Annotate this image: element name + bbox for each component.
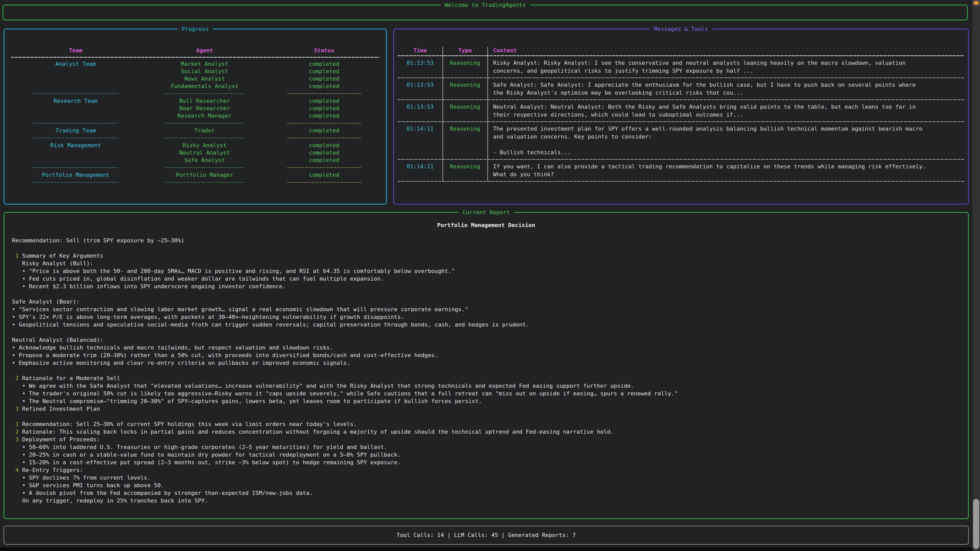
report-line: • S&P services PMI turns back up above 5… — [12, 482, 960, 489]
separator-segment — [165, 94, 244, 94]
scrollbar-thumb[interactable] — [973, 499, 979, 549]
report-line: 4 Re-Entry Triggers: — [12, 466, 960, 474]
spacer-line — [12, 229, 960, 237]
team-cell: Research Team — [8, 97, 143, 105]
report-line: 3 Deployment of Proceeds: — [12, 436, 960, 443]
team-cell: Risk Management — [8, 141, 143, 149]
progress-row: Research Managercompleted — [8, 112, 382, 119]
list-text: Recommendation: Sell 25–30% of current S… — [19, 421, 357, 427]
status-cell: completed — [266, 127, 382, 134]
progress-table-header: Team Agent Status — [8, 47, 382, 56]
column-divider — [442, 47, 443, 182]
list-number: 3 — [15, 406, 19, 412]
report-line: • The Neutral compromise—"trimming 20–30… — [12, 397, 960, 405]
separator-segment — [287, 138, 361, 138]
separator-segment — [33, 182, 119, 183]
message-row: 01:14:11ReasoningThe presented investmen… — [398, 122, 964, 159]
team-cell — [8, 105, 143, 112]
report-line: 3 Refined Investment Plan — [12, 405, 960, 413]
progress-row: Research TeamBull Researchercompleted — [8, 97, 382, 105]
team-cell — [8, 149, 143, 156]
messages-panel-title: Messages & Tools — [650, 25, 712, 33]
type-cell: Reasoning — [442, 78, 487, 100]
team-cell — [8, 156, 143, 164]
report-line: 2 Rationale for a Moderate Sell — [12, 375, 960, 382]
report-line: On any trigger, redeploy in 25% tranches… — [12, 497, 960, 505]
separator-segment — [287, 167, 361, 168]
content-cell: Risky Analyst: Risky Analyst: I see the … — [487, 56, 964, 78]
scroll-position-marker-icon — [974, 1, 979, 5]
agent-cell: Portfolio Manager — [143, 171, 266, 179]
report-line: • "Price is above both the 50- and 200-d… — [12, 267, 960, 275]
group-separator — [8, 119, 382, 127]
report-line — [12, 367, 960, 375]
progress-row: Bear Researchercompleted — [8, 105, 382, 112]
footer-stats-text: Tool Calls: 14 | LLM Calls: 45 | Generat… — [4, 526, 968, 544]
agent-cell: Fundamentals Analyst — [143, 83, 266, 90]
message-row: 01:14:11ReasoningIf you want, I can also… — [398, 160, 964, 181]
status-cell: completed — [266, 171, 382, 179]
list-indent — [12, 375, 15, 381]
status-cell: completed — [266, 68, 382, 75]
separator-segment — [165, 138, 244, 138]
message-row: 01:13:53ReasoningRisky Analyst: Risky An… — [398, 56, 964, 78]
team-cell: Trading Team — [8, 127, 143, 134]
list-number: 2 — [15, 429, 19, 435]
progress-row: Portfolio ManagementPortfolio Managercom… — [8, 171, 382, 179]
report-line: • 50–60% into laddered U.S. Treasuries o… — [12, 443, 960, 451]
type-cell: Reasoning — [442, 122, 487, 159]
status-cell: completed — [266, 83, 382, 90]
list-indent — [12, 406, 15, 412]
report-line: 2 Rationale: This scaling back locks in … — [12, 428, 960, 436]
time-cell: 01:13:53 — [398, 78, 442, 100]
column-header-agent: Agent — [143, 47, 266, 56]
list-number: 4 — [15, 467, 19, 473]
content-cell: Safe Analyst: Safe Analyst: I appreciate… — [487, 78, 964, 100]
agent-cell: Bull Researcher — [143, 97, 266, 105]
separator-segment — [287, 94, 361, 94]
report-line: • 15–20% in a cost-effective put spread … — [12, 459, 960, 466]
report-panel-title: Current Report — [458, 209, 514, 216]
list-number: 1 — [15, 252, 19, 259]
report-line: 1 Recommendation: Sell 25–30% of current… — [12, 421, 960, 428]
progress-table-body: Analyst TeamMarket AnalystcompletedSocia… — [8, 60, 382, 186]
column-divider — [487, 47, 488, 182]
progress-row: Trading TeamTradercompleted — [8, 127, 382, 134]
messages-table: Time Type Content 01:13:53ReasoningRisky… — [398, 47, 964, 182]
list-number: 3 — [15, 436, 19, 443]
time-cell: 01:14:11 — [398, 160, 442, 181]
column-header-team: Team — [8, 47, 143, 56]
agent-cell: Social Analyst — [143, 68, 266, 75]
scrollbar-track[interactable] — [972, 0, 980, 551]
separator-segment — [165, 182, 244, 183]
time-cell: 01:14:11 — [398, 122, 442, 159]
progress-row: Analyst TeamMarket Analystcompleted — [8, 60, 382, 68]
agent-cell: Neutral Analyst — [143, 149, 266, 156]
window-bottom-edge — [0, 548, 972, 551]
report-body: Recommendation: Sell (trim SPY exposure … — [12, 237, 960, 505]
separator-segment — [287, 123, 361, 124]
team-cell: Analyst Team — [8, 60, 143, 68]
column-header-time: Time — [398, 47, 442, 56]
agent-cell: Research Manager — [143, 112, 266, 119]
group-separator — [8, 164, 382, 171]
report-line: • Fed cuts priced in, global disinflatio… — [12, 275, 960, 283]
type-cell: Reasoning — [442, 56, 487, 78]
message-row: 01:13:53ReasoningSafe Analyst: Safe Anal… — [398, 78, 964, 100]
report-line: Recommendation: Sell (trim SPY exposure … — [12, 237, 960, 245]
team-cell — [8, 75, 143, 83]
separator-segment — [165, 123, 244, 124]
list-indent — [12, 436, 15, 443]
report-line — [12, 245, 960, 252]
report-line: • Emphasize active monitoring and clear … — [12, 359, 960, 367]
content-cell: The presented investment plan for SPY of… — [487, 122, 964, 159]
report-line: • SPY declines 7% from current levels. — [12, 474, 960, 482]
content-cell: If you want, I can also provide a tactic… — [487, 160, 964, 181]
progress-row: Risk ManagementRisky Analystcompleted — [8, 141, 382, 149]
list-text: Re-Entry Triggers: — [19, 467, 83, 473]
type-cell: Reasoning — [442, 100, 487, 121]
time-cell: 01:13:53 — [398, 56, 442, 78]
report-line: • Geopolitical tensions and speculative … — [12, 321, 960, 329]
report-heading: Portfolio Management Decision — [12, 221, 960, 229]
agent-cell: Market Analyst — [143, 60, 266, 68]
